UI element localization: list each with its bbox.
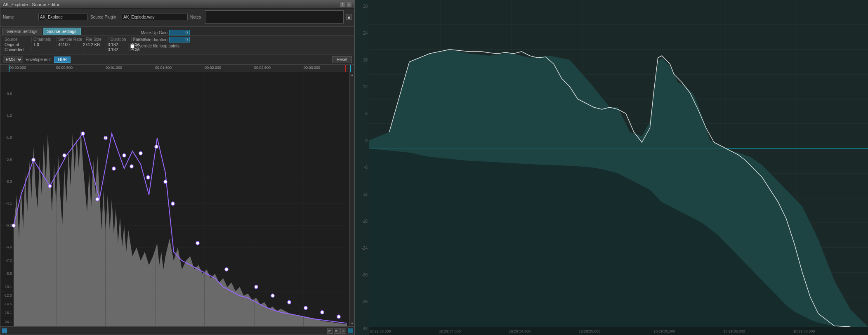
override-checkbox[interactable] xyxy=(130,44,134,48)
timeline-label-0: 00:00.000 xyxy=(9,66,26,70)
waveform-scrollbar[interactable]: ▲ ▼ xyxy=(349,72,354,326)
tab-source-settings[interactable]: Source Settings xyxy=(43,28,81,35)
name-label: Name xyxy=(3,15,36,19)
x-label-1: 16:29:34.000 xyxy=(439,329,461,333)
timeline-label-5: 00:02.500 xyxy=(254,66,271,70)
svg-point-39 xyxy=(146,176,150,179)
td-samplerate-original: 44100 xyxy=(57,42,81,47)
icon-zoom-fit[interactable]: ⊡ xyxy=(340,328,346,334)
envelope-row: RMS Envelope edit: HDR Reset xyxy=(0,54,354,65)
svg-point-47 xyxy=(288,300,291,304)
svg-text:-8.5: -8.5 xyxy=(6,271,12,275)
loudness-y-6: 6 xyxy=(355,111,369,116)
x-label-3: 16:29:35.000 xyxy=(579,329,601,333)
svg-point-33 xyxy=(96,198,99,201)
svg-text:-18.1: -18.1 xyxy=(4,311,12,315)
td-filesize-original: 274.2 KB xyxy=(81,42,106,47)
rms-select[interactable]: RMS xyxy=(3,56,23,63)
loudness-y-30: 30 xyxy=(355,4,369,9)
svg-text:-24.1: -24.1 xyxy=(4,319,12,323)
svg-text:-6.0: -6.0 xyxy=(6,245,12,249)
svg-text:-10.1: -10.1 xyxy=(4,284,12,288)
td-samplerate-converted: - xyxy=(57,47,81,52)
svg-point-31 xyxy=(63,154,66,157)
loudness-y-18: 18 xyxy=(355,58,369,62)
svg-point-44 xyxy=(225,268,228,271)
crossfade-row: Crossfade duration xyxy=(130,37,190,42)
loudness-y-24: 24 xyxy=(355,31,369,35)
notes-textarea[interactable] xyxy=(205,10,344,24)
loudness-graph: 30 24 18 12 6 0 -6 -12 -18 -24 -30 -36 -… xyxy=(355,0,868,335)
cyan-marker-right xyxy=(350,65,351,72)
loudness-y-neg6: -6 xyxy=(355,165,369,170)
title-bar: AK_Explode - Source Editor ? × xyxy=(0,0,354,9)
timeline-bar: 00:00.000 00:00.500 00:01.000 00:01.500 … xyxy=(0,65,354,72)
plugin-input[interactable] xyxy=(122,14,188,20)
loudness-y-neg18: -18 xyxy=(355,219,369,224)
svg-point-35 xyxy=(112,167,116,170)
name-input[interactable] xyxy=(38,14,88,20)
form-row-name: Name Source Plugin Notes ▲ xyxy=(3,10,352,24)
loudness-y-labels: 30 24 18 12 6 0 -6 -12 -18 -24 -30 -36 -… xyxy=(355,0,369,335)
tab-general[interactable]: General Settings xyxy=(2,28,42,35)
loudness-x-axis: 16:29:33.500 16:29:34.000 16:29:34.500 1… xyxy=(369,327,868,335)
x-label-2: 16:29:34.500 xyxy=(509,329,531,333)
td-duration-original: 3.182 xyxy=(106,42,129,47)
help-button[interactable]: ? xyxy=(340,2,345,7)
td-channels-original: 1.0 xyxy=(32,42,57,47)
timeline-label-1: 00:00.500 xyxy=(56,66,73,70)
svg-text:-4.1: -4.1 xyxy=(6,201,12,205)
loudness-y-neg12: -12 xyxy=(355,192,369,197)
source-table: Source Channels Sample Rate File Size Du… xyxy=(0,35,354,54)
waveform-area[interactable]: 00:00.000 00:00.500 00:01.000 00:01.500 … xyxy=(0,65,354,335)
override-label: Override file loop points xyxy=(136,44,179,48)
svg-text:-0.6: -0.6 xyxy=(6,92,12,96)
hdr-button[interactable]: HDR xyxy=(54,57,71,63)
icon-rewind[interactable]: ⏮ xyxy=(327,328,333,334)
svg-point-30 xyxy=(48,184,52,188)
crossfade-label: Crossfade duration xyxy=(130,38,167,42)
svg-point-29 xyxy=(32,158,35,161)
bottom-icons: ⏮ ▶ ⊡ xyxy=(327,328,346,334)
loudness-y-12: 12 xyxy=(355,85,369,89)
loudness-y-neg36: -36 xyxy=(355,300,369,304)
svg-point-28 xyxy=(12,224,15,227)
td-duration-converted: 3.182 xyxy=(106,47,129,52)
svg-point-32 xyxy=(81,132,85,135)
svg-text:-14.5: -14.5 xyxy=(4,302,12,306)
svg-text:-3.3: -3.3 xyxy=(6,179,12,183)
envelope-label: Envelope edit: xyxy=(26,57,52,62)
loudness-svg xyxy=(369,0,868,327)
notes-scrollbar[interactable]: ▲ xyxy=(346,14,352,20)
makeup-gain-label: Make-Up Gain xyxy=(130,31,167,35)
svg-text:-1.8: -1.8 xyxy=(6,135,12,139)
waveform-svg: -0.6 -1.2 -1.8 -2.5 -3.3 -4.1 -5.0 -6.0 … xyxy=(0,72,347,326)
blue-square-right[interactable] xyxy=(348,328,353,333)
x-label-4: 16:29:35.500 xyxy=(653,329,675,333)
td-filesize-converted: - xyxy=(81,47,106,52)
close-button[interactable]: × xyxy=(346,2,352,7)
title-bar-text: AK_Explode - Source Editor xyxy=(3,2,59,7)
timeline-label-6: 00:03.000 xyxy=(304,66,320,70)
loudness-y-0: 0 xyxy=(355,138,369,143)
source-form: Name Source Plugin Notes ▲ xyxy=(0,9,354,27)
plugin-label: Source Plugin xyxy=(90,15,119,19)
svg-text:-5.0: -5.0 xyxy=(6,223,12,227)
crossfade-input[interactable] xyxy=(169,37,190,42)
loudness-y-neg30: -30 xyxy=(355,273,369,277)
svg-point-36 xyxy=(123,154,126,157)
svg-text:-2.5: -2.5 xyxy=(6,157,12,161)
th-channels: Channels xyxy=(32,37,57,42)
th-filesize: File Size xyxy=(84,37,109,42)
reset-button[interactable]: Reset xyxy=(332,56,352,63)
override-row: Override file loop points xyxy=(130,44,190,48)
th-source: Source xyxy=(3,37,32,42)
svg-text:-7.2: -7.2 xyxy=(6,258,12,262)
th-samplerate: Sample Rate xyxy=(57,37,84,42)
icon-play[interactable]: ▶ xyxy=(334,328,340,334)
red-marker xyxy=(345,65,346,72)
makeup-gain-input[interactable] xyxy=(169,30,190,35)
blue-square-left[interactable] xyxy=(2,328,7,333)
svg-point-38 xyxy=(139,151,142,155)
svg-point-42 xyxy=(171,202,175,205)
